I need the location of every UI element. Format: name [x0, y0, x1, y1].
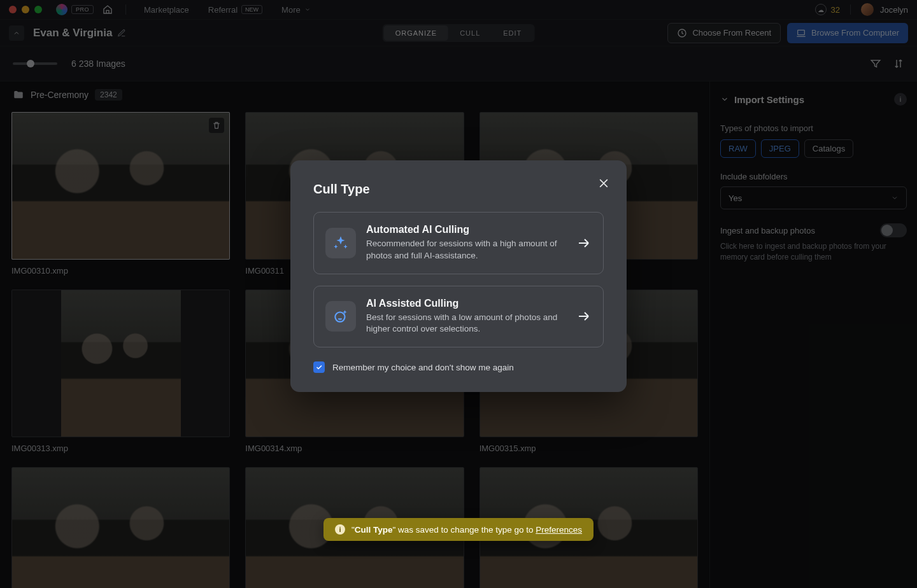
filter-icon[interactable] — [870, 58, 881, 69]
nav-marketplace[interactable]: Marketplace — [139, 3, 194, 17]
thumbnail-card[interactable]: IMG00313.xmp — [11, 290, 230, 453]
cloud-credits[interactable]: ☁ 32 — [815, 4, 839, 15]
chip-jpeg[interactable]: JPEG — [761, 139, 799, 158]
chip-catalogs[interactable]: Catalogs — [804, 139, 853, 158]
nav-more-label: More — [281, 5, 301, 15]
mode-tabs: ORGANIZE CULL EDIT — [383, 24, 535, 42]
app-titlebar: PRO Marketplace Referral NEW More ☁ 32 J… — [0, 0, 917, 19]
svg-rect-1 — [798, 30, 805, 34]
chevron-down-icon[interactable] — [720, 95, 729, 104]
folder-row[interactable]: Pre-Ceremony 2342 — [0, 81, 709, 108]
toolbar: 6 238 Images — [0, 46, 917, 81]
project-header: Evan & Virginia ORGANIZE CULL EDIT Choos… — [0, 19, 917, 46]
avatar[interactable] — [861, 3, 874, 16]
window-controls — [9, 6, 42, 13]
modal-title: Cull Type — [313, 182, 604, 197]
separator — [850, 4, 851, 15]
home-icon[interactable] — [103, 4, 113, 15]
remember-choice-row[interactable]: Remember my choice and don't show me aga… — [313, 361, 604, 373]
types-label: Types of photos to import — [720, 123, 907, 133]
chip-raw[interactable]: RAW — [720, 139, 756, 158]
nav-referral-label: Referral — [208, 5, 238, 15]
ingest-toggle[interactable] — [880, 223, 907, 237]
cloud-icon: ☁ — [815, 4, 827, 15]
import-settings-panel: Import Settings i Types of photos to imp… — [709, 81, 917, 588]
thumbnail-card[interactable] — [11, 467, 230, 588]
fullscreen-window-icon[interactable] — [34, 6, 42, 13]
thumbnail-label: IMG00314.xmp — [245, 444, 464, 453]
tab-cull-label: CULL — [460, 29, 480, 37]
close-window-icon[interactable] — [9, 6, 17, 13]
sort-icon[interactable] — [893, 58, 904, 69]
minimize-window-icon[interactable] — [22, 6, 29, 13]
pro-badge: PRO — [71, 5, 94, 14]
edit-icon[interactable] — [117, 29, 126, 38]
clock-icon — [677, 28, 687, 38]
check-icon — [315, 363, 323, 371]
user-name[interactable]: Jocelyn — [880, 5, 908, 15]
info-icon: i — [335, 524, 345, 535]
include-subfolders-select[interactable]: Yes — [720, 186, 907, 209]
tab-edit[interactable]: EDIT — [492, 25, 533, 41]
arrow-right-icon — [576, 309, 592, 324]
nav-more[interactable]: More — [276, 3, 316, 17]
thumbnail-label: IMG00310.xmp — [11, 266, 230, 276]
browse-from-computer-label: Browse From Computer — [811, 28, 899, 38]
cloud-count-value: 32 — [830, 5, 839, 15]
toast-notification: i "Cull Type" was saved to change the ty… — [323, 518, 594, 541]
option-title: AI Assisted Culling — [366, 298, 566, 309]
ingest-help-text: Click here to ingest and backup photos f… — [720, 241, 907, 263]
option-automated-ai-culling[interactable]: Automated AI Culling Recommended for ses… — [313, 212, 604, 274]
include-subfolders-label: Include subfolders — [720, 172, 907, 181]
option-title: Automated AI Culling — [366, 224, 566, 235]
collapse-sidebar-button[interactable] — [9, 25, 24, 41]
app-logo-icon — [56, 4, 68, 15]
thumbnail-size-slider[interactable] — [13, 62, 57, 65]
folder-name: Pre-Ceremony — [31, 90, 89, 100]
chevron-down-icon — [891, 194, 899, 202]
tab-organize-label: ORGANIZE — [395, 29, 437, 37]
laptop-icon — [796, 28, 806, 38]
option-description: Recommended for sessions with a high amo… — [366, 238, 566, 262]
toast-text: "Cull Type" was saved to change the type… — [352, 525, 582, 535]
choose-from-recent-button[interactable]: Choose From Recent — [667, 23, 781, 43]
cull-type-modal: Cull Type Automated AI Culling Recommend… — [290, 160, 627, 393]
browse-from-computer-button[interactable]: Browse From Computer — [787, 23, 908, 43]
sparkle-icon — [325, 228, 356, 258]
slider-thumb[interactable] — [27, 60, 34, 67]
option-ai-assisted-culling[interactable]: AI Assisted Culling Best for sessions wi… — [313, 286, 604, 348]
arrow-right-icon — [576, 235, 592, 251]
info-icon[interactable]: i — [894, 93, 907, 106]
panel-title: Import Settings — [734, 94, 804, 105]
separator — [125, 4, 126, 15]
toggle-knob — [881, 225, 893, 236]
include-subfolders-value: Yes — [729, 193, 742, 203]
thumbnail-card[interactable]: IMG00310.xmp — [11, 112, 230, 276]
thumbnail-label: IMG00313.xmp — [11, 444, 230, 453]
tab-cull[interactable]: CULL — [448, 25, 492, 41]
close-icon[interactable] — [597, 177, 610, 190]
chevron-up-icon — [13, 29, 20, 37]
remember-checkbox[interactable] — [313, 361, 325, 373]
option-description: Best for sessions with a low amount of p… — [366, 312, 566, 336]
choose-from-recent-label: Choose From Recent — [692, 28, 771, 38]
project-title: Evan & Virginia — [33, 27, 112, 39]
nav-referral[interactable]: Referral NEW — [203, 3, 267, 17]
tab-edit-label: EDIT — [503, 29, 522, 37]
trash-icon[interactable] — [209, 118, 224, 133]
face-sparkle-icon — [325, 301, 356, 332]
thumbnail-label: IMG00315.xmp — [480, 444, 698, 453]
folder-count: 2342 — [95, 89, 122, 101]
folder-icon — [13, 89, 24, 101]
preferences-link[interactable]: Preferences — [536, 525, 582, 535]
new-badge: NEW — [241, 5, 262, 14]
ingest-label: Ingest and backup photos — [720, 226, 815, 235]
tab-organize[interactable]: ORGANIZE — [384, 25, 448, 41]
nav-marketplace-label: Marketplace — [144, 5, 189, 15]
image-count: 6 238 Images — [71, 59, 125, 69]
svg-point-2 — [335, 312, 345, 322]
remember-label: Remember my choice and don't show me aga… — [332, 363, 514, 372]
chevron-down-icon — [304, 6, 311, 13]
